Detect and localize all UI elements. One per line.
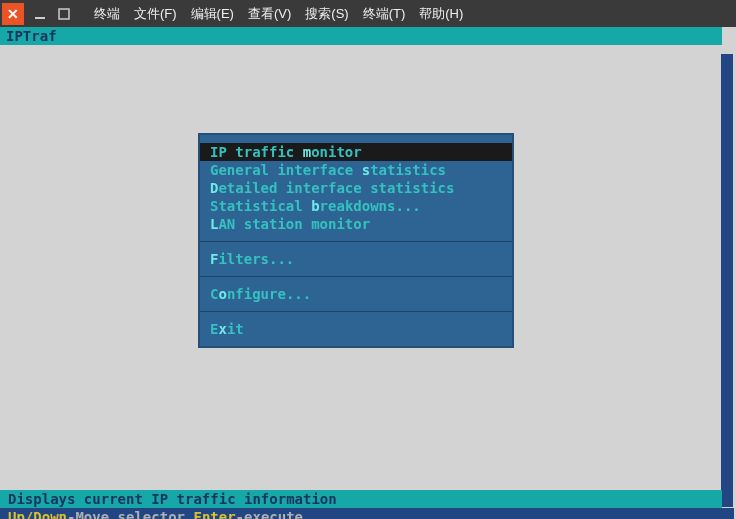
menu-item-lan-station-monitor[interactable]: LAN station monitor [200,215,512,233]
terminal-main: IP traffic monitor General interface sta… [0,45,722,463]
menu-file[interactable]: 文件(F) [130,2,181,26]
separator [200,311,512,312]
terminal-area: IPTraf IP traffic monitor General interf… [0,27,734,518]
status-description: Displays current IP traffic information [0,490,722,508]
svg-rect-1 [59,9,69,19]
menu-item-statistical-breakdowns[interactable]: Statistical breakdowns... [200,197,512,215]
close-icon[interactable]: ✕ [2,3,24,25]
menubar: 终端 文件(F) 编辑(E) 查看(V) 搜索(S) 终端(T) 帮助(H) [90,2,467,26]
minimize-icon[interactable] [28,0,52,27]
maximize-icon[interactable] [52,0,76,27]
main-menu: IP traffic monitor General interface sta… [198,133,514,348]
separator [200,241,512,242]
menu-item-general-interface-statistics[interactable]: General interface statistics [200,161,512,179]
menu-item-exit[interactable]: Exit [200,320,512,338]
menu-terminal[interactable]: 终端(T) [359,2,410,26]
menu-terminal-label[interactable]: 终端 [90,2,124,26]
svg-rect-0 [35,17,45,19]
menu-search[interactable]: 搜索(S) [301,2,352,26]
menu-view[interactable]: 查看(V) [244,2,295,26]
terminal-scrollbar[interactable] [721,54,733,507]
menu-item-ip-traffic-monitor[interactable]: IP traffic monitor [200,143,512,161]
menu-edit[interactable]: 编辑(E) [187,2,238,26]
menu-help[interactable]: 帮助(H) [415,2,467,26]
status-help: Up/Down-Move selector Enter-execute [0,508,734,519]
menu-item-detailed-interface-statistics[interactable]: Detailed interface statistics [200,179,512,197]
separator [200,276,512,277]
menu-item-configure[interactable]: Configure... [200,285,512,303]
app-title: IPTraf [0,27,722,45]
menu-item-filters[interactable]: Filters... [200,250,512,268]
window-titlebar: ✕ 终端 文件(F) 编辑(E) 查看(V) 搜索(S) 终端(T) 帮助(H) [0,0,736,27]
